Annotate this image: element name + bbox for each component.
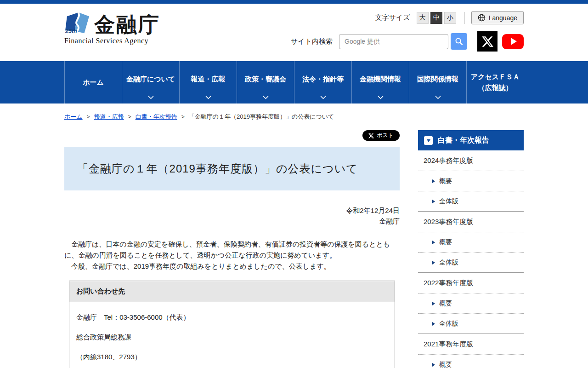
triangle-right-icon [432,363,435,367]
text-size-button-label: 中 [433,14,440,22]
nav-item[interactable]: 国際関係情報 [409,61,466,104]
collapse-toggle-icon [424,136,433,145]
fsa-25th-anniversary-icon: 25th [64,11,91,35]
sidebar-item-label: 概要 [439,177,452,185]
sidebar-item[interactable]: 概要 [418,171,524,191]
sidebar-item[interactable]: 2021事務年度版 [418,334,524,355]
site-header: 25th 金融庁 Financial Services Agency 文字サイズ… [64,4,524,61]
breadcrumb-item: > 報道・広報 [83,113,124,121]
magnifier-icon [455,37,463,46]
youtube-social-link[interactable] [502,34,524,49]
chevron-down-icon [205,93,211,99]
sidebar-item-label: 2023事務年度版 [424,218,473,226]
sidebar-item-label: 概要 [439,238,452,247]
body-paragraphs: 金融庁は、日本の金融の安定を確保し、預金者、保険契約者、有価証券の投資者等の保護… [64,239,400,272]
page-title: 「金融庁の１年（2019事務年度版）」の公表について [77,161,387,176]
breadcrumb-separator: > [87,114,90,120]
fsa-logo[interactable]: 25th 金融庁 Financial Services Agency [64,11,160,45]
nav-item-label: 政策・審議会 [245,74,286,85]
breadcrumb-separator: > [181,114,185,120]
language-button-label: Language [489,14,517,22]
x-post-button-label: ポスト [377,132,394,139]
sidebar-item[interactable]: 2023事務年度版 [418,212,524,232]
youtube-play-icon [511,38,517,45]
sidebar-item[interactable]: 2024事務年度版 [418,150,524,171]
nav-item[interactable]: 金融庁について [122,61,179,104]
vertical-divider [464,12,465,24]
text-size-button-label: 小 [447,14,453,22]
text-size-button[interactable]: 小 [444,12,456,24]
breadcrumb-link[interactable]: ホーム [64,113,83,121]
x-logo-icon [482,36,493,47]
sidebar-header[interactable]: 白書・年次報告 [418,130,524,150]
sidebar-item[interactable]: 全体版 [418,253,524,273]
chevron-down-icon [435,93,441,99]
nav-item-label: アクセスＦＳＡ [471,71,520,82]
sidebar-item[interactable]: 2022事務年度版 [418,273,524,293]
breadcrumb-link[interactable]: 報道・広報 [94,113,124,121]
text-size-button[interactable]: 中 [430,12,442,24]
top-accent-bar [0,0,588,4]
breadcrumb: ホーム > 報道・広報 > 白書・年次報告 > 「金融庁の１年（2019事務年度… [64,113,524,121]
nav-item-label: ホーム [83,77,104,88]
nav-item-label: 国際関係情報 [417,74,458,85]
x-post-button[interactable]: ポスト [362,130,400,141]
triangle-right-icon [432,179,435,183]
sidebar-item-label: 全体版 [439,259,458,267]
release-info: 令和2年12月24日 金融庁 [64,205,400,227]
sidebar-item[interactable]: 概要 [418,232,524,253]
sidebar-item[interactable]: 全体版 [418,314,524,334]
triangle-right-icon [432,261,435,264]
chevron-down-icon [320,93,326,99]
text-size-button[interactable]: 大 [417,12,429,24]
svg-text:25th: 25th [65,28,77,34]
nav-item-label: 金融庁について [126,74,175,85]
release-org: 金融庁 [64,216,400,226]
language-button[interactable]: Language [471,11,524,24]
triangle-right-icon [432,200,435,203]
sidebar-item[interactable]: 全体版 [418,191,524,212]
chevron-down-icon [378,93,384,99]
x-logo-icon [368,133,374,138]
nav-item[interactable]: 政策・審議会 [237,61,294,104]
globe-icon [478,14,486,22]
sidebar-item-label: 2021事務年度版 [424,340,473,349]
sidebar-item-label: 概要 [439,299,452,308]
triangle-right-icon [432,302,435,305]
nav-item[interactable]: アクセスＦＳＡ （広報誌） [466,61,524,104]
sidebar-item-label: 2022事務年度版 [424,279,473,288]
contact-box: お問い合わせ先 金融庁 Tel：03-3506-6000（代表） 総合政策局総務… [69,281,395,368]
main-content: ポスト 「金融庁の１年（2019事務年度版）」の公表について 令和2年12月24… [64,130,400,368]
body-paragraph: 今般、金融庁では、2019事務年度の取組みをとりまとめましたので、公表します。 [64,261,400,272]
breadcrumb-separator: > [128,114,131,120]
search-button[interactable] [451,33,467,50]
sidebar-item[interactable]: 概要 [418,293,524,314]
page-title-box: 「金融庁の１年（2019事務年度版）」の公表について [64,147,400,190]
release-date: 令和2年12月24日 [64,205,400,216]
nav-item[interactable]: 金融機関情報 [351,61,409,104]
breadcrumb-item: > 白書・年次報告 [124,113,177,121]
main-navigation: ホーム 金融庁について 報道・広報 政策・審議会 [0,61,588,104]
nav-item[interactable]: ホーム [64,61,122,104]
chevron-down-icon [148,93,154,99]
contact-line: 総合政策局総務課 [76,333,388,342]
nav-item-label2: （広報誌） [478,82,513,93]
nav-item[interactable]: 報道・広報 [179,61,237,104]
text-size-button-label: 大 [419,14,426,22]
logo-english-subtitle: Financial Services Agency [64,37,160,45]
sidebar: 白書・年次報告 2024事務年度版 概要 全体版 2023事務年度版 [418,130,524,368]
breadcrumb-link[interactable]: 白書・年次報告 [136,113,177,121]
triangle-right-icon [432,322,435,326]
nav-item-label: 報道・広報 [191,74,226,85]
search-input[interactable] [339,34,448,49]
logo-kanji-title: 金融庁 [94,14,160,35]
triangle-right-icon [432,241,435,244]
x-social-link[interactable] [477,31,498,52]
nav-item-label: 法令・指針等 [302,74,344,85]
contact-line: 金融庁 Tel：03-3506-6000（代表） [76,313,388,322]
breadcrumb-item: > 「金融庁の１年（2019事務年度版）」の公表について [177,113,334,121]
nav-item[interactable]: 法令・指針等 [294,61,351,104]
breadcrumb-link: 「金融庁の１年（2019事務年度版）」の公表について [189,113,334,121]
sidebar-item-label: 概要 [439,361,452,368]
sidebar-item[interactable]: 概要 [418,355,524,368]
